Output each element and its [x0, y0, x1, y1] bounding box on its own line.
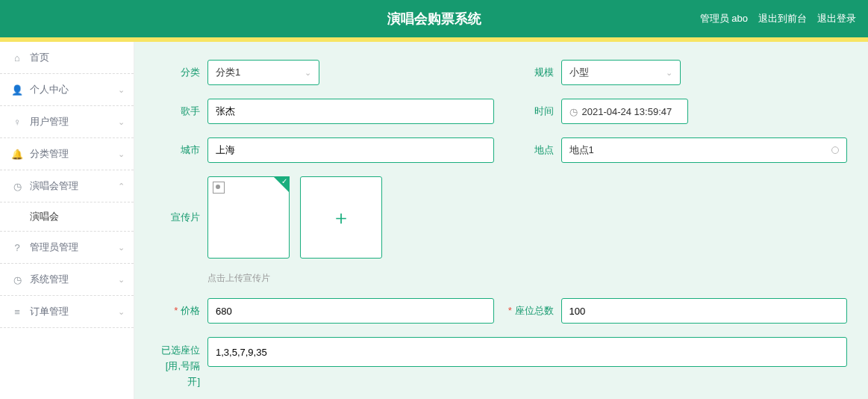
sidebar-item-label: 首页: [30, 51, 49, 64]
sidebar: ⌂ 首页 👤 个人中心 ⌄ ♀ 用户管理 ⌄ 🔔 分类管理 ⌄ ◷ 演唱会管理: [0, 42, 134, 399]
poster-label: 宣传片: [155, 211, 200, 224]
venue-select[interactable]: 地点1: [561, 137, 848, 163]
admin-label[interactable]: 管理员 abo: [700, 12, 748, 25]
app-title: 演唱会购票系统: [387, 10, 481, 28]
city-input[interactable]: [216, 145, 486, 156]
sidebar-item-label: 系统管理: [30, 273, 69, 286]
venue-label: 地点: [502, 143, 554, 157]
plus-icon: ＋: [331, 205, 351, 231]
price-label: 价格: [155, 304, 200, 318]
poster-thumbnail[interactable]: ✓: [207, 176, 290, 259]
price-input[interactable]: [216, 306, 486, 317]
chevron-down-icon: ⌄: [118, 117, 125, 127]
sidebar-item-label: 个人中心: [30, 83, 69, 96]
selected-seats-input-wrapper: [207, 337, 847, 367]
time-label: 时间: [502, 105, 554, 118]
list-icon: ≡: [10, 306, 24, 318]
clock-icon: ◷: [10, 274, 24, 285]
form-panel: 分类 分类1 ⌄ 规模 小型 ⌄ 歌手 时间 ◷ 2021-04: [134, 42, 868, 399]
seats-input[interactable]: [569, 306, 840, 317]
sidebar-item-category[interactable]: 🔔 分类管理 ⌄: [0, 138, 134, 170]
chevron-down-icon: ⌄: [118, 243, 125, 253]
chevron-up-icon: ⌃: [118, 182, 125, 191]
select-value: 地点1: [569, 143, 594, 157]
sidebar-item-label: 用户管理: [30, 115, 69, 129]
user-icon: 👤: [10, 84, 24, 96]
sidebar-item-users[interactable]: ♀ 用户管理 ⌄: [0, 106, 134, 138]
chevron-down-icon: ⌄: [666, 68, 672, 78]
broken-image-icon: [213, 182, 225, 194]
clock-icon: ◷: [10, 181, 24, 192]
poster-helper-text: 点击上传宣传片: [207, 272, 847, 285]
radio-icon: [831, 146, 839, 154]
select-value: 分类1: [216, 66, 240, 79]
chevron-down-icon: ⌄: [305, 68, 311, 78]
singer-input[interactable]: [216, 106, 486, 117]
selected-seats-input[interactable]: [216, 347, 839, 358]
sidebar-item-label: 演唱会: [30, 211, 59, 222]
bulb-icon: ♀: [10, 117, 24, 128]
bell-icon: 🔔: [10, 149, 24, 160]
price-input-wrapper: [207, 298, 494, 324]
sidebar-item-concert[interactable]: ◷ 演唱会管理 ⌃: [0, 170, 134, 202]
help-icon: ?: [10, 242, 24, 253]
sidebar-item-label: 管理员管理: [30, 241, 78, 254]
chevron-down-icon: ⌄: [118, 307, 125, 317]
seats-input-wrapper: [561, 298, 848, 324]
selected-seats-label: 已选座位 [用,号隔 开]: [155, 337, 200, 389]
category-select[interactable]: 分类1 ⌄: [207, 60, 319, 85]
check-icon: ✓: [281, 177, 287, 185]
singer-label: 歌手: [155, 105, 200, 118]
home-icon: ⌂: [10, 52, 24, 64]
seats-label: 座位总数: [502, 304, 554, 318]
category-label: 分类: [155, 66, 200, 79]
chevron-down-icon: ⌄: [118, 149, 125, 159]
clock-icon: ◷: [569, 106, 578, 117]
app-header: 演唱会购票系统 管理员 abo 退出到前台 退出登录: [0, 0, 868, 37]
select-value: 2021-04-24 13:59:47: [582, 106, 672, 117]
city-label: 城市: [155, 143, 200, 157]
sidebar-subitem-concert[interactable]: 演唱会: [0, 202, 134, 232]
sidebar-item-home[interactable]: ⌂ 首页: [0, 42, 134, 74]
sidebar-item-system[interactable]: ◷ 系统管理 ⌄: [0, 264, 134, 296]
sidebar-item-label: 订单管理: [30, 305, 69, 318]
city-input-wrapper: [207, 137, 494, 163]
scale-select[interactable]: 小型 ⌄: [561, 60, 681, 85]
logout-link[interactable]: 退出登录: [817, 12, 856, 25]
sidebar-item-orders[interactable]: ≡ 订单管理 ⌄: [0, 296, 134, 328]
sidebar-item-label: 演唱会管理: [30, 179, 78, 193]
time-picker[interactable]: ◷ 2021-04-24 13:59:47: [561, 99, 688, 124]
chevron-down-icon: ⌄: [118, 85, 125, 95]
sidebar-item-label: 分类管理: [30, 147, 69, 161]
exit-front-link[interactable]: 退出到前台: [758, 12, 807, 25]
select-value: 小型: [569, 66, 589, 79]
chevron-down-icon: ⌄: [118, 275, 125, 285]
scale-label: 规模: [502, 66, 554, 79]
add-poster-button[interactable]: ＋: [300, 176, 382, 259]
sidebar-item-personal[interactable]: 👤 个人中心 ⌄: [0, 74, 134, 106]
singer-input-wrapper: [207, 99, 494, 124]
sidebar-item-admin[interactable]: ? 管理员管理 ⌄: [0, 232, 134, 264]
